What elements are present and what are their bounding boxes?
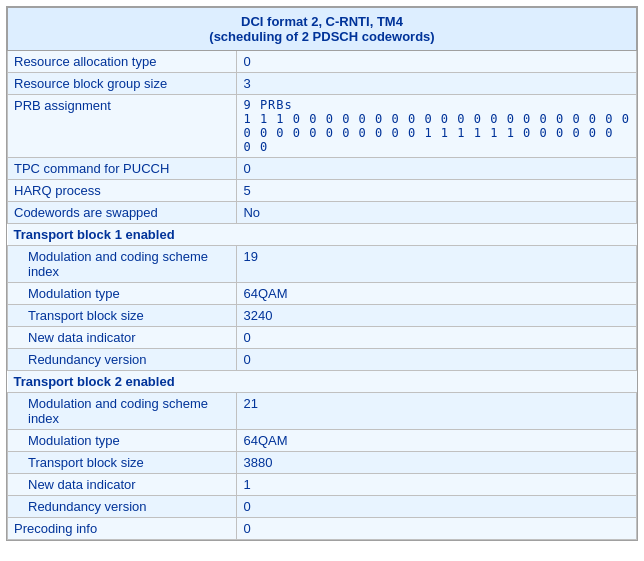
row-value: 1 [237, 474, 637, 496]
row-value: 9 PRBs 1 1 1 0 0 0 0 0 0 0 0 0 0 0 0 0 0… [237, 95, 637, 158]
row-label: New data indicator [8, 327, 237, 349]
table-row: Modulation and coding scheme index19 [8, 246, 637, 283]
row-label: Redundancy version [8, 349, 237, 371]
row-label: Redundancy version [8, 496, 237, 518]
row-label: Resource block group size [8, 73, 237, 95]
table-row: Modulation type64QAM [8, 430, 637, 452]
section-label: Transport block 2 enabled [8, 371, 637, 393]
table-row: Resource allocation type0 [8, 51, 637, 73]
row-label: Precoding info [8, 518, 237, 540]
row-value: 0 [237, 518, 637, 540]
section-label: Transport block 1 enabled [8, 224, 637, 246]
table-row: Redundancy version0 [8, 496, 637, 518]
row-value: 0 [237, 158, 637, 180]
table-row: Precoding info0 [8, 518, 637, 540]
table-row: New data indicator0 [8, 327, 637, 349]
row-value: 64QAM [237, 283, 637, 305]
row-label: TPC command for PUCCH [8, 158, 237, 180]
row-label: Modulation type [8, 430, 237, 452]
table-header: DCI format 2, C-RNTI, TM4 (scheduling of… [8, 8, 637, 51]
row-value: 19 [237, 246, 637, 283]
header-line1: DCI format 2, C-RNTI, TM4 [241, 14, 403, 29]
section-header-row: Transport block 2 enabled [8, 371, 637, 393]
table-row: Resource block group size3 [8, 73, 637, 95]
table-row: HARQ process5 [8, 180, 637, 202]
row-label: Resource allocation type [8, 51, 237, 73]
row-label: Modulation and coding scheme index [8, 393, 237, 430]
row-value: 3880 [237, 452, 637, 474]
table-row: Modulation type64QAM [8, 283, 637, 305]
row-label: New data indicator [8, 474, 237, 496]
row-label: Transport block size [8, 452, 237, 474]
row-value: No [237, 202, 637, 224]
row-label: HARQ process [8, 180, 237, 202]
table-row: Modulation and coding scheme index21 [8, 393, 637, 430]
row-value: 0 [237, 496, 637, 518]
row-value: 0 [237, 327, 637, 349]
table-row: Redundancy version0 [8, 349, 637, 371]
main-container: DCI format 2, C-RNTI, TM4 (scheduling of… [6, 6, 638, 541]
row-value: 5 [237, 180, 637, 202]
row-label: PRB assignment [8, 95, 237, 158]
table-row: Codewords are swappedNo [8, 202, 637, 224]
table-row: New data indicator1 [8, 474, 637, 496]
table-row: Transport block size3240 [8, 305, 637, 327]
row-label: Modulation and coding scheme index [8, 246, 237, 283]
table-row: PRB assignment9 PRBs 1 1 1 0 0 0 0 0 0 0… [8, 95, 637, 158]
row-label: Modulation type [8, 283, 237, 305]
row-value: 64QAM [237, 430, 637, 452]
row-value: 3 [237, 73, 637, 95]
row-label: Transport block size [8, 305, 237, 327]
row-value: 0 [237, 349, 637, 371]
row-value: 21 [237, 393, 637, 430]
header-line2: (scheduling of 2 PDSCH codewords) [209, 29, 434, 44]
table-row: Transport block size3880 [8, 452, 637, 474]
row-label: Codewords are swapped [8, 202, 237, 224]
row-value: 3240 [237, 305, 637, 327]
table-row: TPC command for PUCCH0 [8, 158, 637, 180]
row-value: 0 [237, 51, 637, 73]
section-header-row: Transport block 1 enabled [8, 224, 637, 246]
